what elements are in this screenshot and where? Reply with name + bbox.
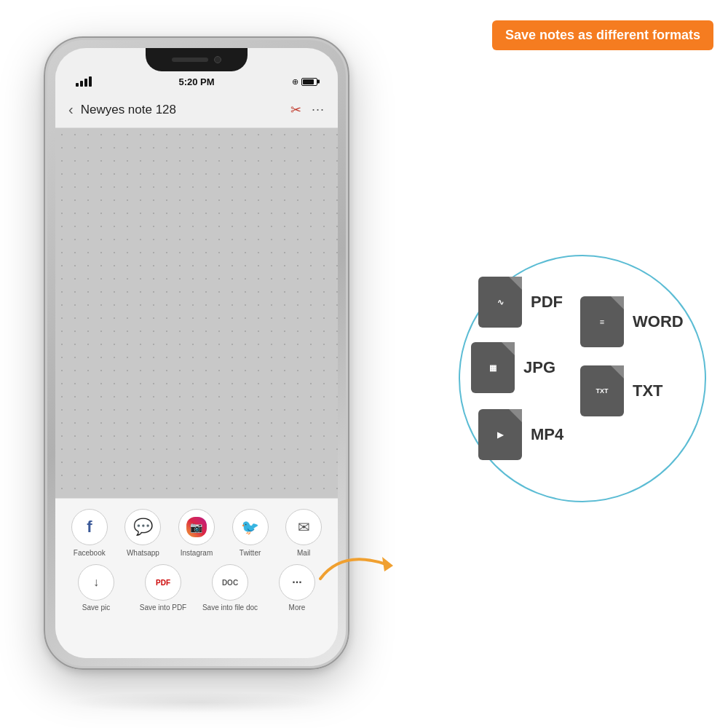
scissors-icon[interactable]: ✂ xyxy=(290,102,301,118)
save-doc-icon: DOC xyxy=(212,564,248,601)
facebook-icon: f xyxy=(71,509,108,545)
note-content-area[interactable] xyxy=(55,128,338,498)
note-title: Newyes note 128 xyxy=(81,103,290,117)
signal-bar-3 xyxy=(84,79,87,87)
signal-bar-1 xyxy=(76,83,79,87)
format-txt: TXT TXT xyxy=(580,365,663,416)
navigation-bar: ‹ Newyes note 128 ✂ ··· xyxy=(55,92,338,128)
mail-label: Mail xyxy=(297,549,310,557)
save-pdf-label: Save into PDF xyxy=(140,604,186,612)
phone-reflection xyxy=(66,692,328,713)
twitter-icon: 🐦 xyxy=(232,509,269,545)
save-formats-banner: Save notes as different formats xyxy=(492,20,713,50)
phone-mockup: 5:20 PM ⊕ ‹ Newyes note 128 ✂ ··· xyxy=(44,36,349,670)
more-label: More xyxy=(289,604,306,612)
pdf-label: PDF xyxy=(531,293,563,312)
location-icon: ⊕ xyxy=(292,77,298,87)
format-mp4: ▶ MP4 xyxy=(478,409,563,460)
signal-bar-2 xyxy=(80,81,83,87)
save-doc-action[interactable]: DOC Save into file doc xyxy=(201,564,259,612)
status-bar: 5:20 PM ⊕ xyxy=(55,71,338,92)
format-pdf: ∿ PDF xyxy=(478,277,563,328)
save-pdf-action[interactable]: PDF Save into PDF xyxy=(134,564,192,612)
whatsapp-icon: 💬 xyxy=(124,509,161,545)
svg-marker-0 xyxy=(382,557,393,571)
signal-bar-4 xyxy=(89,76,92,87)
speaker xyxy=(172,58,208,62)
whatsapp-label: Whatsapp xyxy=(127,549,159,557)
share-facebook[interactable]: f Facebook xyxy=(64,509,115,557)
txt-label: TXT xyxy=(633,381,663,400)
facebook-label: Facebook xyxy=(74,549,106,557)
txt-icon: TXT xyxy=(580,365,624,416)
battery-fill xyxy=(303,79,314,84)
more-icon: ··· xyxy=(279,564,315,601)
battery-icon xyxy=(301,78,317,86)
share-instagram[interactable]: 📷 Instagram xyxy=(171,509,222,557)
formats-inner: ∿ PDF ▦ JPG ▶ MP4 ≡ WORD xyxy=(460,256,705,501)
back-button[interactable]: ‹ xyxy=(68,101,74,118)
phone-notch xyxy=(146,48,248,71)
instagram-label: Instagram xyxy=(181,549,213,557)
mp4-icon: ▶ xyxy=(478,409,522,460)
social-share-row: f Facebook 💬 Whatsapp 📷 xyxy=(63,509,331,557)
jpg-label: JPG xyxy=(523,358,555,377)
action-row: ↓ Save pic PDF Save into PDF DOC Save in… xyxy=(63,564,331,612)
word-label: WORD xyxy=(633,312,684,331)
twitter-label: Twitter xyxy=(240,549,261,557)
mail-icon: ✉ xyxy=(285,509,322,545)
phone-frame: 5:20 PM ⊕ ‹ Newyes note 128 ✂ ··· xyxy=(44,36,349,670)
front-camera xyxy=(214,56,221,63)
share-whatsapp[interactable]: 💬 Whatsapp xyxy=(117,509,168,557)
share-sheet: f Facebook 💬 Whatsapp 📷 xyxy=(55,498,338,658)
share-twitter[interactable]: 🐦 Twitter xyxy=(225,509,276,557)
pdf-icon: ∿ xyxy=(478,277,522,328)
more-options-icon[interactable]: ··· xyxy=(312,102,325,117)
signal-indicators xyxy=(76,76,92,87)
phone-screen: 5:20 PM ⊕ ‹ Newyes note 128 ✂ ··· xyxy=(55,48,338,658)
nav-action-icons: ✂ ··· xyxy=(290,102,325,118)
save-pic-action[interactable]: ↓ Save pic xyxy=(67,564,125,612)
word-icon: ≡ xyxy=(580,296,624,347)
instagram-icon: 📷 xyxy=(178,509,215,545)
save-pic-label: Save pic xyxy=(82,604,110,612)
format-jpg: ▦ JPG xyxy=(471,342,555,393)
save-doc-label: Save into file doc xyxy=(202,604,258,612)
formats-circle: ∿ PDF ▦ JPG ▶ MP4 ≡ WORD xyxy=(459,255,706,502)
save-pdf-icon: PDF xyxy=(145,564,181,601)
status-time: 5:20 PM xyxy=(178,76,214,87)
jpg-icon: ▦ xyxy=(471,342,515,393)
save-pic-icon: ↓ xyxy=(78,564,114,601)
mp4-label: MP4 xyxy=(531,425,563,444)
status-right-icons: ⊕ xyxy=(292,77,317,87)
arrow-annotation xyxy=(313,542,400,586)
format-word: ≡ WORD xyxy=(580,296,684,347)
